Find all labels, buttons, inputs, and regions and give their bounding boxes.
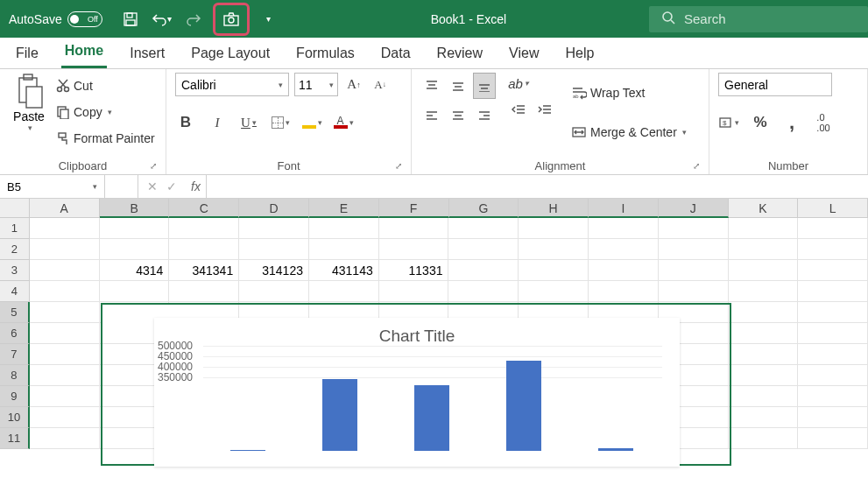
tab-insert[interactable]: Insert: [126, 40, 168, 68]
cancel-formula-icon[interactable]: ✕: [147, 179, 158, 193]
cell[interactable]: [798, 281, 868, 302]
embedded-chart[interactable]: Chart Title 500000450000400000350000: [154, 318, 680, 467]
chart-bar[interactable]: [322, 379, 357, 451]
cell[interactable]: [379, 239, 449, 260]
search-box[interactable]: Search: [649, 6, 868, 32]
cell[interactable]: [30, 386, 100, 407]
cell[interactable]: [30, 302, 100, 323]
decrease-indent-icon[interactable]: [508, 99, 529, 120]
chart-bar[interactable]: [230, 450, 265, 451]
column-header[interactable]: B: [100, 199, 170, 218]
cell[interactable]: [729, 365, 799, 386]
worksheet-grid[interactable]: ABCDEFGHIJKL 123431434134131412343114311…: [0, 199, 868, 449]
tab-data[interactable]: Data: [378, 40, 414, 68]
cell[interactable]: [30, 218, 100, 239]
merge-center-button[interactable]: Merge & Center▾: [571, 123, 687, 142]
alignment-launcher-icon[interactable]: ⤢: [693, 161, 700, 171]
cell[interactable]: [798, 323, 868, 344]
row-header[interactable]: 9: [0, 386, 30, 407]
chart-bar[interactable]: [506, 361, 541, 451]
cell[interactable]: [659, 218, 729, 239]
formula-bar-input[interactable]: [206, 175, 868, 198]
cell[interactable]: [659, 260, 729, 281]
undo-button[interactable]: ▾: [150, 7, 174, 32]
cell[interactable]: [379, 281, 449, 302]
row-header[interactable]: 2: [0, 239, 30, 260]
cell[interactable]: [729, 407, 799, 428]
cell[interactable]: 4314: [100, 260, 170, 281]
cell[interactable]: [169, 218, 239, 239]
cell[interactable]: [798, 407, 868, 428]
cell[interactable]: [239, 218, 309, 239]
cell[interactable]: [798, 386, 868, 407]
font-size-select[interactable]: 11▾: [294, 73, 338, 96]
align-middle-icon[interactable]: [447, 73, 469, 99]
cell[interactable]: [798, 218, 868, 239]
paste-button[interactable]: Paste ▾: [9, 73, 49, 132]
tab-formulas[interactable]: Formulas: [293, 40, 358, 68]
cell[interactable]: [239, 281, 309, 302]
qat-customize-dropdown[interactable]: ▾: [257, 7, 281, 32]
number-format-select[interactable]: General: [718, 73, 832, 96]
align-bottom-icon[interactable]: [473, 73, 496, 99]
cell[interactable]: [519, 260, 589, 281]
cell[interactable]: [30, 344, 100, 365]
cell[interactable]: [589, 218, 659, 239]
tab-home[interactable]: Home: [61, 38, 107, 68]
accounting-format-icon[interactable]: $▾: [718, 112, 739, 133]
chart-bar[interactable]: [598, 448, 633, 451]
cell[interactable]: [448, 239, 519, 260]
column-header[interactable]: J: [659, 199, 729, 218]
redo-button[interactable]: [181, 7, 206, 32]
orientation-button[interactable]: ab▾: [508, 73, 529, 94]
wrap-text-button[interactable]: ab Wrap Text: [571, 83, 687, 102]
copy-button[interactable]: Copy▾: [56, 102, 155, 122]
cell[interactable]: [798, 428, 868, 449]
cell[interactable]: [798, 239, 868, 260]
cell[interactable]: [169, 281, 239, 302]
cell[interactable]: [30, 407, 100, 428]
cell[interactable]: [659, 281, 729, 302]
column-header[interactable]: D: [239, 199, 309, 218]
cell[interactable]: [379, 218, 449, 239]
font-name-select[interactable]: Calibri▾: [175, 73, 289, 96]
cut-button[interactable]: Cut: [56, 76, 155, 95]
column-header[interactable]: I: [589, 199, 659, 218]
cell[interactable]: [519, 218, 589, 239]
cell[interactable]: [729, 428, 799, 449]
cell[interactable]: [798, 302, 868, 323]
format-painter-button[interactable]: Format Painter: [56, 129, 155, 148]
column-header[interactable]: E: [309, 199, 379, 218]
cell[interactable]: [589, 260, 659, 281]
cell[interactable]: [798, 365, 868, 386]
cell[interactable]: [448, 281, 519, 302]
comma-style-icon[interactable]: ,: [781, 112, 802, 133]
cell[interactable]: [30, 239, 100, 260]
tab-page-layout[interactable]: Page Layout: [187, 40, 273, 68]
cell[interactable]: [309, 281, 379, 302]
font-launcher-icon[interactable]: ⤢: [395, 161, 402, 171]
cell[interactable]: [519, 281, 589, 302]
cell[interactable]: [448, 260, 519, 281]
decrease-font-icon[interactable]: A↓: [370, 74, 391, 95]
row-header[interactable]: 10: [0, 407, 30, 428]
row-header[interactable]: 8: [0, 365, 30, 386]
bold-button[interactable]: B: [175, 112, 196, 133]
borders-button[interactable]: ▾: [270, 112, 291, 133]
save-icon[interactable]: [118, 7, 143, 32]
cell[interactable]: [100, 218, 170, 239]
cell[interactable]: [729, 386, 799, 407]
cell[interactable]: [729, 302, 799, 323]
align-top-icon[interactable]: [420, 73, 443, 99]
cell[interactable]: 314123: [239, 260, 309, 281]
cell[interactable]: [798, 260, 868, 281]
tab-review[interactable]: Review: [434, 40, 486, 68]
cell[interactable]: [659, 239, 729, 260]
chart-bar[interactable]: [414, 385, 449, 451]
clipboard-launcher-icon[interactable]: ⤢: [150, 161, 157, 171]
tab-view[interactable]: View: [505, 40, 542, 68]
cell[interactable]: [100, 281, 170, 302]
underline-button[interactable]: U▾: [238, 112, 259, 133]
cell[interactable]: [30, 323, 100, 344]
cell[interactable]: [729, 281, 799, 302]
